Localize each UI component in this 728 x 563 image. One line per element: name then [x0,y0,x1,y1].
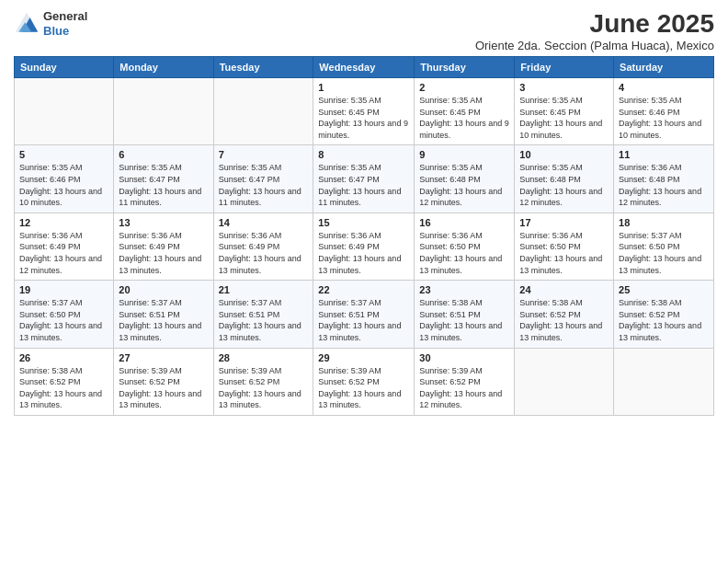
sunset: Sunset: 6:48 PM [619,175,680,184]
day-number: 14 [219,217,309,228]
sunset: Sunset: 6:50 PM [519,242,581,251]
day-number: 22 [318,284,409,295]
sunrise: Sunrise: 5:35 AM [318,96,381,105]
sunrise: Sunrise: 5:37 AM [19,298,83,307]
day-number: 1 [318,82,409,93]
day-info: Sunrise: 5:36 AM Sunset: 6:50 PM Dayligh… [519,230,609,276]
sunset: Sunset: 6:52 PM [19,377,81,386]
day-number: 5 [19,149,108,160]
sunset: Sunset: 6:48 PM [519,175,581,184]
sunset: Sunset: 6:51 PM [419,310,481,319]
day-info: Sunrise: 5:35 AM Sunset: 6:46 PM Dayligh… [19,162,108,208]
col-saturday: Saturday [614,57,714,78]
sunset: Sunset: 6:51 PM [119,310,180,319]
day-number: 8 [318,149,409,160]
table-cell: 14 Sunrise: 5:36 AM Sunset: 6:49 PM Dayl… [213,213,313,280]
day-number: 29 [318,352,409,363]
table-cell: 27 Sunrise: 5:39 AM Sunset: 6:52 PM Dayl… [114,348,213,415]
sunset: Sunset: 6:45 PM [419,108,481,117]
sunset: Sunset: 6:50 PM [419,242,481,251]
day-number: 15 [318,217,409,228]
sunset: Sunset: 6:52 PM [119,377,180,386]
daylight: Daylight: 13 hours and 9 minutes. [419,119,509,140]
day-number: 2 [419,82,509,93]
sunrise: Sunrise: 5:39 AM [119,366,182,375]
sunset: Sunset: 6:47 PM [318,175,380,184]
sunrise: Sunrise: 5:35 AM [419,163,483,172]
table-cell: 23 Sunrise: 5:38 AM Sunset: 6:51 PM Dayl… [415,281,515,348]
sunrise: Sunrise: 5:37 AM [619,231,682,240]
daylight: Daylight: 13 hours and 13 minutes. [219,254,301,275]
daylight: Daylight: 13 hours and 11 minutes. [119,187,201,208]
table-cell: 5 Sunrise: 5:35 AM Sunset: 6:46 PM Dayli… [15,145,114,213]
daylight: Daylight: 13 hours and 11 minutes. [219,187,301,208]
table-cell: 4 Sunrise: 5:35 AM Sunset: 6:46 PM Dayli… [614,78,714,145]
table-cell: 3 Sunrise: 5:35 AM Sunset: 6:45 PM Dayli… [515,78,614,145]
day-info: Sunrise: 5:35 AM Sunset: 6:47 PM Dayligh… [318,162,409,208]
daylight: Daylight: 13 hours and 11 minutes. [318,187,401,208]
daylight: Daylight: 13 hours and 13 minutes. [119,389,201,410]
table-cell [15,78,114,145]
table-row: 26 Sunrise: 5:38 AM Sunset: 6:52 PM Dayl… [15,348,714,415]
day-info: Sunrise: 5:35 AM Sunset: 6:45 PM Dayligh… [419,95,509,141]
calendar-table: Sunday Monday Tuesday Wednesday Thursday… [14,56,714,416]
table-cell: 17 Sunrise: 5:36 AM Sunset: 6:50 PM Dayl… [515,213,614,280]
table-cell: 11 Sunrise: 5:36 AM Sunset: 6:48 PM Dayl… [614,145,714,213]
day-info: Sunrise: 5:35 AM Sunset: 6:47 PM Dayligh… [219,162,309,208]
table-row: 1 Sunrise: 5:35 AM Sunset: 6:45 PM Dayli… [15,78,714,145]
sunset: Sunset: 6:47 PM [119,175,180,184]
daylight: Daylight: 13 hours and 13 minutes. [519,254,602,275]
table-row: 19 Sunrise: 5:37 AM Sunset: 6:50 PM Dayl… [15,281,714,348]
daylight: Daylight: 13 hours and 13 minutes. [119,321,201,342]
sunrise: Sunrise: 5:35 AM [519,96,583,105]
table-cell [213,78,313,145]
day-number: 6 [119,149,208,160]
sunrise: Sunrise: 5:36 AM [419,231,483,240]
day-info: Sunrise: 5:38 AM Sunset: 6:52 PM Dayligh… [19,365,108,411]
day-info: Sunrise: 5:35 AM Sunset: 6:46 PM Dayligh… [619,95,709,141]
table-cell [614,348,714,415]
col-wednesday: Wednesday [313,57,415,78]
sunrise: Sunrise: 5:39 AM [318,366,381,375]
day-number: 26 [19,352,108,363]
daylight: Daylight: 13 hours and 10 minutes. [19,187,102,208]
table-cell: 9 Sunrise: 5:35 AM Sunset: 6:48 PM Dayli… [415,145,515,213]
subtitle: Oriente 2da. Seccion (Palma Huaca), Mexi… [475,39,714,52]
sunrise: Sunrise: 5:35 AM [119,163,182,172]
sunrise: Sunrise: 5:35 AM [619,96,682,105]
col-tuesday: Tuesday [213,57,313,78]
title-block: June 2025 Oriente 2da. Seccion (Palma Hu… [475,9,714,52]
daylight: Daylight: 13 hours and 13 minutes. [318,321,401,342]
daylight: Daylight: 13 hours and 13 minutes. [318,254,401,275]
daylight: Daylight: 13 hours and 13 minutes. [19,321,102,342]
day-number: 7 [219,149,309,160]
calendar-header-row: Sunday Monday Tuesday Wednesday Thursday… [15,57,714,78]
sunrise: Sunrise: 5:36 AM [318,231,381,240]
table-cell: 10 Sunrise: 5:35 AM Sunset: 6:48 PM Dayl… [515,145,614,213]
day-number: 25 [619,284,709,295]
sunrise: Sunrise: 5:36 AM [19,231,83,240]
logo-line2: Blue [43,24,87,39]
logo: General Blue [14,9,87,38]
day-info: Sunrise: 5:37 AM Sunset: 6:51 PM Dayligh… [119,297,208,343]
sunset: Sunset: 6:52 PM [619,310,680,319]
day-number: 12 [19,217,108,228]
sunset: Sunset: 6:46 PM [619,108,680,117]
sunrise: Sunrise: 5:38 AM [519,298,583,307]
day-info: Sunrise: 5:39 AM Sunset: 6:52 PM Dayligh… [219,365,309,411]
sunset: Sunset: 6:47 PM [219,175,280,184]
day-info: Sunrise: 5:35 AM Sunset: 6:45 PM Dayligh… [519,95,609,141]
daylight: Daylight: 13 hours and 13 minutes. [219,321,301,342]
table-cell: 16 Sunrise: 5:36 AM Sunset: 6:50 PM Dayl… [415,213,515,280]
daylight: Daylight: 13 hours and 13 minutes. [619,321,701,342]
table-cell: 20 Sunrise: 5:37 AM Sunset: 6:51 PM Dayl… [114,281,213,348]
sunrise: Sunrise: 5:38 AM [619,298,682,307]
sunset: Sunset: 6:52 PM [219,377,280,386]
daylight: Daylight: 13 hours and 12 minutes. [419,187,502,208]
sunrise: Sunrise: 5:35 AM [519,163,583,172]
daylight: Daylight: 13 hours and 9 minutes. [318,119,408,140]
day-number: 17 [519,217,609,228]
page: General Blue June 2025 Oriente 2da. Secc… [0,0,728,563]
day-number: 24 [519,284,609,295]
day-info: Sunrise: 5:39 AM Sunset: 6:52 PM Dayligh… [419,365,509,411]
